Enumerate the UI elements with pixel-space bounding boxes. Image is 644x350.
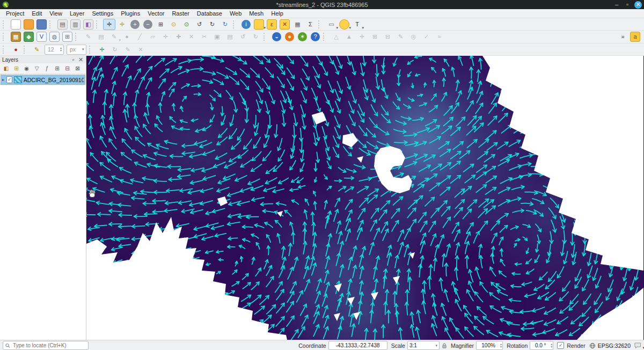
open-attribute-table[interactable]: ▦ <box>291 19 304 30</box>
menu-edit[interactable]: Edit <box>28 10 46 17</box>
osm-place-search[interactable]: ● <box>283 31 296 42</box>
font-size-spinbox[interactable]: 12 ▴ ▾ <box>45 45 64 55</box>
collapse-all[interactable]: ⊟ <box>63 64 72 73</box>
crs-group[interactable]: EPSG:32620 <box>589 342 631 349</box>
label-toolbar-toggle[interactable]: a <box>629 31 641 42</box>
zoom-out[interactable]: − <box>142 19 154 30</box>
rotation-spin-down-icon[interactable]: ▾ <box>551 346 552 348</box>
new-project[interactable] <box>10 19 22 30</box>
rotate-label[interactable]: ↻ <box>109 44 121 55</box>
show-layout-manager[interactable]: ▥ <box>69 19 82 30</box>
paste-features[interactable]: ▤ <box>224 31 236 42</box>
log-messages-icon[interactable] <box>634 342 641 349</box>
identify-features[interactable]: i <box>240 19 252 30</box>
open-data-source-manager[interactable]: ▦ <box>10 31 22 42</box>
close-button[interactable]: ✕ <box>634 1 642 9</box>
coordinate-input[interactable] <box>328 341 387 350</box>
zoom-to-selection[interactable]: ⊙ <box>167 19 180 30</box>
pan-to-selection[interactable]: ✛ <box>116 19 128 30</box>
menu-vector[interactable]: Vector <box>144 10 168 17</box>
select-by-expression[interactable]: ε <box>266 19 278 30</box>
measure[interactable]: ▭▾ <box>325 19 338 30</box>
add-line-feature[interactable]: ╱ <box>134 31 146 42</box>
toolbar-overflow[interactable]: » <box>617 31 629 42</box>
mesh-calculator[interactable]: ⊟ <box>382 31 394 42</box>
layer-labeling-options[interactable]: ● <box>10 44 22 55</box>
georeferencer[interactable]: ✛ <box>356 31 368 42</box>
change-label[interactable]: ✎ <box>122 44 134 55</box>
delete-selected[interactable]: ✕ <box>185 31 197 42</box>
menu-help[interactable]: Help <box>267 10 287 17</box>
move-label[interactable]: ✛ <box>96 44 108 55</box>
scale-lock-icon[interactable] <box>442 342 447 349</box>
add-polygon-feature[interactable]: ▱ <box>147 31 159 42</box>
new-print-layout[interactable]: ▤ <box>56 19 69 30</box>
menu-plugins[interactable]: Plugins <box>117 10 144 17</box>
close-panel[interactable]: ✕ <box>78 57 84 63</box>
undock-panel[interactable]: ▫ <box>70 57 76 63</box>
remove-layer-group[interactable]: ⊠ <box>73 64 82 73</box>
font-units-combo[interactable]: px ▾ <box>67 45 86 55</box>
offset-curve[interactable]: ≈ <box>433 31 445 42</box>
toggle-editing[interactable]: ✎ <box>82 31 94 42</box>
expander-icon[interactable]: ▸ <box>2 77 6 82</box>
mesh-reindex[interactable]: ▲ <box>343 31 355 42</box>
new-geopackage-layer[interactable]: ◆ <box>23 31 35 42</box>
mesh-digitizing[interactable]: △ <box>330 31 342 42</box>
layer-visibility-checkbox[interactable]: ✓ <box>6 76 13 83</box>
zoom-last[interactable]: ↺ <box>193 19 206 30</box>
save-project[interactable] <box>35 19 48 30</box>
map-canvas[interactable] <box>86 56 643 340</box>
rotation-spinbox[interactable]: ▴ ▾ <box>530 341 553 350</box>
move-feature[interactable]: ✚ <box>172 31 185 42</box>
spin-down-icon[interactable]: ▾ <box>60 49 62 52</box>
zoom-next[interactable]: ↻ <box>206 19 218 30</box>
save-layer-edits[interactable]: ▤ <box>95 31 107 42</box>
zoom-in[interactable]: + <box>129 19 141 30</box>
new-spatialite-layer[interactable]: ◍ <box>48 31 61 42</box>
expand-all[interactable]: ⊞ <box>53 64 62 73</box>
highlight-pinned-labels[interactable]: ✎ <box>31 44 43 55</box>
raster-calculator[interactable]: ⊞ <box>369 31 381 42</box>
magnifier-spin-down-icon[interactable]: ▾ <box>500 346 502 348</box>
new-virtual-layer[interactable]: ⊞ <box>61 31 74 42</box>
gps-tools[interactable]: ◎ <box>407 31 420 42</box>
magnifier-spinbox[interactable]: ▴ ▾ <box>476 341 503 350</box>
statistical-summary[interactable]: Σ <box>304 19 317 30</box>
annotation-tool[interactable]: ✎ <box>394 31 407 42</box>
filter-by-expression[interactable]: ƒ <box>42 64 52 73</box>
refresh-map[interactable]: ↻ <box>219 19 231 30</box>
menu-raster[interactable]: Raster <box>168 10 193 17</box>
copy-features[interactable]: ▣ <box>211 31 223 42</box>
zoom-to-layer[interactable]: ⊙ <box>180 19 193 30</box>
render-checkbox[interactable]: ✓ <box>557 342 564 349</box>
zoom-full[interactable]: ⊞ <box>155 19 167 30</box>
open-layer-styling-panel[interactable]: ◧ <box>2 64 11 73</box>
menu-layer[interactable]: Layer <box>66 10 89 17</box>
rotation-input[interactable] <box>532 342 549 349</box>
new-shapefile-layer[interactable]: V <box>35 31 48 42</box>
redo[interactable]: ↻ <box>250 31 262 42</box>
text-annotation[interactable]: T▾ <box>351 19 363 30</box>
menu-web[interactable]: Web <box>226 10 245 17</box>
minimize-button[interactable]: – <box>613 1 620 9</box>
menu-view[interactable]: View <box>46 10 66 17</box>
menu-database[interactable]: Database <box>193 10 226 17</box>
vertex-tool[interactable]: ✛ <box>159 31 172 42</box>
locate-input[interactable] <box>12 342 86 349</box>
locate-bar[interactable] <box>3 341 89 350</box>
manage-plugins[interactable]: ✶ <box>296 31 309 42</box>
scale-combo[interactable]: 3:1 ▾ <box>407 341 440 350</box>
magnifier-input[interactable] <box>478 342 499 349</box>
add-group[interactable]: ⊞ <box>12 64 21 73</box>
menu-project[interactable]: Project <box>2 10 28 17</box>
filter-legend[interactable]: ▽ <box>32 64 41 73</box>
menu-settings[interactable]: Settings <box>88 10 117 17</box>
select-features[interactable]: ▾ <box>253 19 265 30</box>
style-manager[interactable]: ◧ <box>82 19 94 30</box>
map-tips[interactable]: ▾ <box>338 19 350 30</box>
help-contents[interactable]: ? <box>309 31 321 42</box>
maximize-button[interactable]: ▫ <box>624 1 631 9</box>
manage-map-themes[interactable]: ◉▾ <box>22 64 31 73</box>
metasearch-catalog[interactable]: ◒ <box>270 31 283 42</box>
